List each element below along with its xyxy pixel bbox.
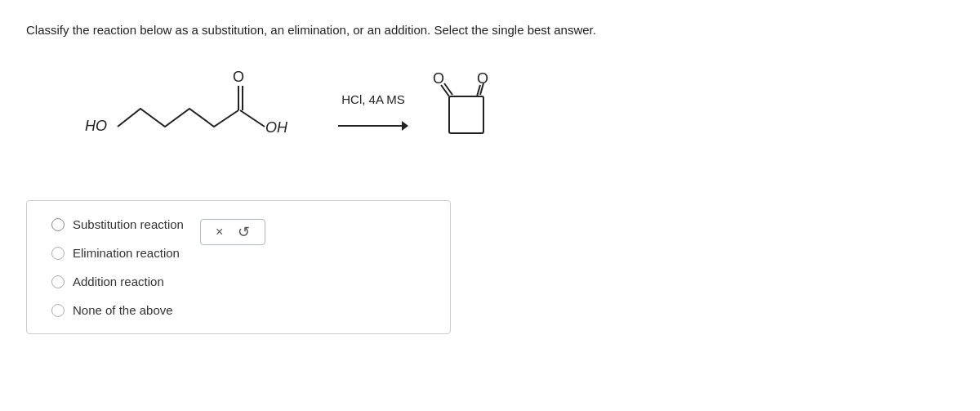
svg-rect-14 — [449, 96, 483, 133]
answers-box: Substitution reaction × ↺ Elimination re… — [26, 200, 451, 334]
elimination-option[interactable]: Elimination reaction — [51, 246, 425, 260]
svg-line-4 — [240, 110, 265, 127]
elimination-radio[interactable] — [51, 247, 65, 260]
svg-line-10 — [444, 83, 452, 95]
addition-option[interactable]: Addition reaction — [51, 275, 425, 288]
reactant-molecule: HO O OH — [75, 61, 328, 168]
reagent-label: HCl, 4A MS — [341, 92, 405, 106]
substitution-label: Substitution reaction — [73, 217, 184, 231]
addition-radio[interactable] — [51, 275, 65, 288]
svg-marker-7 — [402, 121, 408, 131]
elimination-label: Elimination reaction — [73, 246, 180, 260]
undo-button[interactable]: ↺ — [238, 223, 250, 241]
clear-button[interactable]: × — [216, 225, 223, 239]
svg-text:O: O — [233, 69, 244, 85]
reaction-arrow — [336, 114, 410, 137]
svg-line-12 — [477, 85, 480, 96]
answer-controls: × ↺ — [200, 219, 265, 245]
none-option[interactable]: None of the above — [51, 303, 425, 317]
none-radio[interactable] — [51, 304, 65, 317]
svg-text:OH: OH — [265, 119, 288, 136]
substitution-radio[interactable] — [51, 218, 65, 231]
svg-line-9 — [441, 85, 449, 96]
addition-label: Addition reaction — [73, 275, 164, 288]
substitution-option[interactable]: Substitution reaction — [51, 217, 184, 231]
svg-text:HO: HO — [85, 118, 107, 134]
svg-text:O: O — [433, 70, 444, 87]
product-molecule: O O — [418, 65, 524, 163]
question-text: Classify the reaction below as a substit… — [26, 23, 954, 37]
none-label: None of the above — [73, 303, 173, 317]
substitution-option-row: Substitution reaction × ↺ — [51, 217, 425, 246]
reaction-area: HO O OH HCl, 4A MS — [75, 61, 954, 168]
reaction-arrow-container: HCl, 4A MS — [336, 92, 410, 137]
